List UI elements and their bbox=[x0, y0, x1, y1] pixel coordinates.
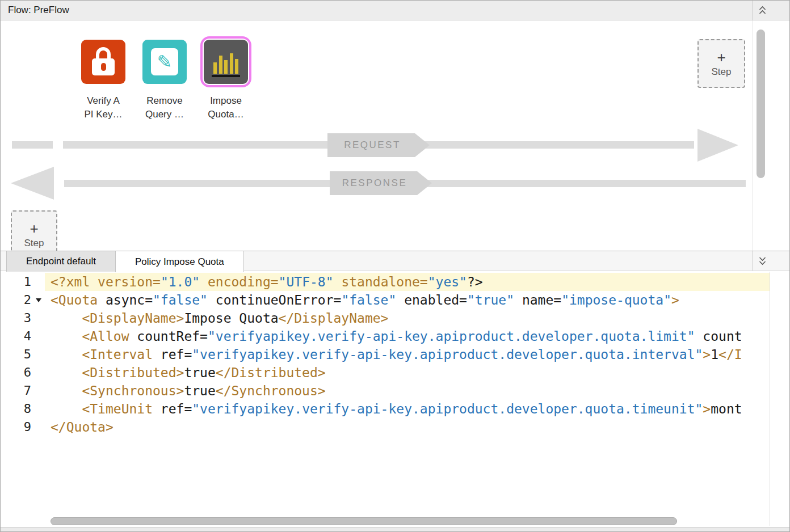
tab-endpoint-default[interactable]: Endpoint default bbox=[6, 251, 115, 272]
flow-scrollbar-track bbox=[753, 20, 753, 251]
response-badge: RESPONSE bbox=[330, 171, 432, 195]
chevrons-up-icon bbox=[758, 6, 767, 15]
response-arrowhead-icon bbox=[11, 167, 54, 200]
code-editor[interactable]: 1<?xml version="1.0" encoding="UTF-8" st… bbox=[1, 272, 770, 514]
code-text: <Allow countRef="verifyapikey.verify-api… bbox=[45, 327, 770, 345]
step-label: Verify API Key… bbox=[84, 94, 122, 121]
line-number: 2 bbox=[1, 291, 33, 309]
add-step-button[interactable]: + Step bbox=[697, 39, 745, 88]
step-label: ImposeQuota… bbox=[208, 94, 243, 121]
line-number: 1 bbox=[1, 273, 33, 291]
fold-gutter bbox=[33, 273, 45, 291]
step-label: RemoveQuery … bbox=[145, 94, 184, 121]
line-number: 6 bbox=[1, 364, 33, 382]
line-number: 3 bbox=[1, 309, 33, 327]
flow-title: Flow: PreFlow bbox=[8, 5, 69, 16]
fold-gutter bbox=[33, 309, 45, 327]
code-text: <DisplayName>Impose Quota</DisplayName> bbox=[45, 309, 770, 327]
api-proxy-editor-window: Flow: PreFlow Verify API Key…✎RemoveQuer… bbox=[0, 0, 790, 532]
plus-icon: + bbox=[30, 221, 38, 236]
tab-policy-impose-quota[interactable]: Policy Impose Quota bbox=[115, 251, 244, 272]
icon-frame bbox=[78, 36, 129, 87]
editor-tabs: Endpoint defaultPolicy Impose Quota bbox=[6, 251, 244, 272]
fold-gutter bbox=[33, 345, 45, 364]
request-arrowhead-icon bbox=[697, 129, 738, 162]
request-badge: REQUEST bbox=[327, 133, 430, 157]
fold-gutter bbox=[33, 327, 45, 345]
code-line[interactable]: 7 <Synchronous>true</Synchronous> bbox=[1, 382, 770, 400]
code-line[interactable]: 3 <DisplayName>Impose Quota</DisplayName… bbox=[1, 309, 770, 327]
code-line[interactable]: 1<?xml version="1.0" encoding="UTF-8" st… bbox=[1, 273, 770, 291]
code-line[interactable]: 9</Quota> bbox=[1, 418, 770, 436]
flow-step-remove-query-param[interactable]: ✎RemoveQuery … bbox=[138, 36, 191, 121]
code-text: <Synchronous>true</Synchronous> bbox=[45, 382, 770, 400]
add-step-label: Step bbox=[712, 66, 732, 78]
flow-canvas: Verify API Key…✎RemoveQuery …ImposeQuota… bbox=[1, 20, 789, 251]
lock-icon[interactable] bbox=[81, 40, 125, 84]
code-lines: 1<?xml version="1.0" encoding="UTF-8" st… bbox=[1, 273, 770, 436]
flow-step-impose-quota[interactable]: ImposeQuota… bbox=[199, 36, 253, 121]
window-footer bbox=[1, 527, 789, 532]
request-line-stub bbox=[12, 141, 53, 149]
plus-icon: + bbox=[717, 50, 725, 65]
code-line[interactable]: 2<Quota async="false" continueOnError="f… bbox=[1, 291, 770, 309]
editor-scrollbar-track bbox=[770, 272, 770, 526]
add-step-button-response[interactable]: + Step bbox=[11, 210, 57, 251]
code-text: <Interval ref="verifyapikey.verify-api-k… bbox=[45, 345, 770, 364]
fold-gutter bbox=[33, 400, 45, 418]
collapse-flow-button[interactable] bbox=[753, 1, 789, 20]
line-number: 8 bbox=[1, 400, 33, 418]
request-label: REQUEST bbox=[344, 140, 401, 151]
pencil-glyph: ✎ bbox=[157, 53, 173, 71]
line-number: 4 bbox=[1, 327, 33, 345]
code-text: <Distributed>true</Distributed> bbox=[45, 364, 770, 382]
flow-step-verify-api-key[interactable]: Verify API Key… bbox=[77, 36, 130, 121]
icon-frame: ✎ bbox=[139, 36, 190, 87]
code-text: <TimeUnit ref="verifyapikey.verify-api-k… bbox=[45, 400, 770, 418]
pencil-icon[interactable]: ✎ bbox=[142, 40, 187, 84]
fold-gutter bbox=[33, 382, 45, 400]
response-label: RESPONSE bbox=[342, 178, 407, 189]
code-text: <Quota async="false" continueOnError="fa… bbox=[45, 291, 770, 309]
code-text: </Quota> bbox=[45, 418, 770, 436]
line-number: 5 bbox=[1, 345, 33, 364]
editor-tab-bar: Endpoint defaultPolicy Impose Quota bbox=[1, 251, 789, 271]
bar-chart-icon[interactable] bbox=[204, 40, 248, 84]
code-text: <?xml version="1.0" encoding="UTF-8" sta… bbox=[45, 273, 770, 291]
flow-header: Flow: PreFlow bbox=[1, 1, 789, 20]
code-line[interactable]: 8 <TimeUnit ref="verifyapikey.verify-api… bbox=[1, 400, 770, 418]
collapse-editor-button[interactable] bbox=[753, 251, 789, 271]
chevrons-down-icon bbox=[758, 256, 767, 265]
fold-caret-icon[interactable] bbox=[33, 291, 45, 309]
code-line[interactable]: 5 <Interval ref="verifyapikey.verify-api… bbox=[1, 345, 770, 364]
line-number: 7 bbox=[1, 382, 33, 400]
code-line[interactable]: 6 <Distributed>true</Distributed> bbox=[1, 364, 770, 382]
fold-gutter bbox=[33, 418, 45, 436]
code-line[interactable]: 4 <Allow countRef="verifyapikey.verify-a… bbox=[1, 327, 770, 345]
selection-outline bbox=[200, 36, 251, 87]
horizontal-scrollbar-thumb[interactable] bbox=[51, 517, 677, 525]
flow-steps: Verify API Key…✎RemoveQuery …ImposeQuota… bbox=[77, 36, 253, 121]
fold-gutter bbox=[33, 364, 45, 382]
line-number: 9 bbox=[1, 418, 33, 436]
flow-scrollbar-thumb[interactable] bbox=[757, 29, 765, 178]
add-step-label: Step bbox=[24, 238, 44, 249]
